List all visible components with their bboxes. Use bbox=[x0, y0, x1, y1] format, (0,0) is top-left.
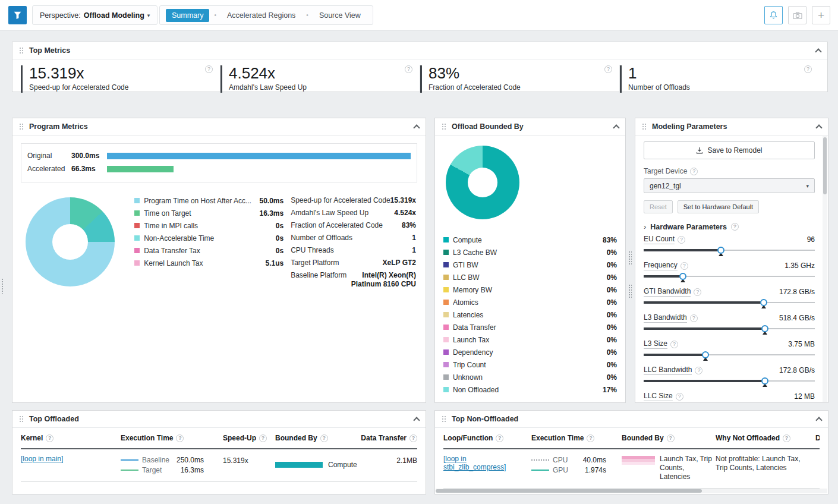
collapse-chevron-icon[interactable] bbox=[815, 417, 822, 423]
help-icon[interactable] bbox=[694, 288, 701, 296]
legend-color-swatch bbox=[443, 337, 449, 342]
legend-value: 0s bbox=[276, 234, 283, 242]
add-panel-button[interactable]: + bbox=[812, 6, 830, 24]
help-icon[interactable] bbox=[678, 236, 685, 244]
help-icon[interactable] bbox=[604, 65, 612, 73]
collapse-chevron-icon[interactable] bbox=[613, 124, 619, 131]
stat-value: XeLP GT2 bbox=[339, 257, 416, 269]
help-icon[interactable] bbox=[587, 434, 594, 442]
slider-track[interactable] bbox=[644, 272, 815, 284]
bounded-by-bar bbox=[275, 462, 323, 468]
tab-source-view[interactable]: Source View bbox=[313, 9, 367, 22]
kernel-link[interactable]: [loop in main] bbox=[21, 455, 63, 463]
drag-handle-icon[interactable] bbox=[19, 47, 24, 54]
set-hardware-default-button[interactable]: Set to Hardware Default bbox=[678, 200, 759, 213]
perspective-selector[interactable]: Perspective: Offload Modeling ▾ bbox=[32, 5, 157, 25]
bounded-by-label: Launch Tax, Trip Counts, Latencies bbox=[660, 455, 716, 481]
card-accent-bar bbox=[420, 65, 422, 93]
drag-handle-icon[interactable] bbox=[19, 123, 24, 130]
column-header-execution-time: Execution Time bbox=[121, 434, 223, 442]
help-icon[interactable] bbox=[205, 65, 213, 73]
slider-label: L3 Bandwidth bbox=[644, 313, 687, 323]
drag-handle-icon[interactable] bbox=[442, 123, 446, 130]
metric-value: 1 bbox=[628, 65, 799, 82]
chevron-down-icon: ▾ bbox=[806, 183, 809, 189]
drag-handle-icon[interactable] bbox=[19, 415, 24, 423]
column-header-kernel: Kernel bbox=[21, 434, 121, 442]
help-icon[interactable] bbox=[695, 367, 702, 374]
metric-label: Number of Offloads bbox=[628, 83, 799, 92]
reset-button[interactable]: Reset bbox=[644, 200, 673, 213]
slider-handle[interactable] bbox=[679, 273, 686, 280]
stat-row: Fraction of Accelerated Code83% bbox=[291, 219, 416, 232]
help-icon[interactable] bbox=[731, 223, 739, 231]
collapse-chevron-icon[interactable] bbox=[413, 124, 420, 131]
program-metrics-panel: Program Metrics Original 300.0ms Acceler… bbox=[12, 118, 426, 403]
tab-summary[interactable]: Summary bbox=[166, 9, 209, 22]
legend-color-swatch bbox=[443, 262, 449, 267]
hardware-parameters-header[interactable]: › Hardware Parameters bbox=[644, 222, 815, 231]
panel-splitter-handle-icon[interactable] bbox=[628, 284, 632, 298]
vertical-scrollbar[interactable] bbox=[823, 136, 827, 402]
slider-handle[interactable] bbox=[761, 377, 768, 385]
drag-handle-icon[interactable] bbox=[442, 415, 446, 423]
help-icon[interactable] bbox=[176, 434, 184, 442]
slider-handle[interactable] bbox=[761, 325, 768, 332]
loop-function-link[interactable]: [loop in stbi_zlib_compress] bbox=[443, 455, 515, 471]
slider-handle[interactable] bbox=[760, 299, 767, 306]
help-icon[interactable] bbox=[670, 341, 678, 348]
help-icon[interactable] bbox=[409, 434, 417, 442]
slider-track[interactable] bbox=[644, 402, 815, 403]
panel-splitter-handle-icon[interactable] bbox=[628, 251, 632, 265]
help-icon[interactable] bbox=[667, 434, 675, 442]
help-icon[interactable] bbox=[676, 393, 683, 401]
legend-value: 0% bbox=[607, 323, 617, 332]
legend-value: 17% bbox=[603, 386, 617, 394]
slider-handle[interactable] bbox=[702, 351, 709, 358]
help-icon[interactable] bbox=[496, 434, 503, 442]
legend-item: Non Offloaded17% bbox=[443, 383, 617, 396]
help-icon[interactable] bbox=[690, 314, 698, 322]
collapse-chevron-icon[interactable] bbox=[815, 124, 822, 131]
slider-label: EU Count bbox=[644, 235, 675, 244]
tab-accelerated-regions[interactable]: Accelerated Regions bbox=[221, 9, 301, 22]
collapse-chevron-icon[interactable] bbox=[413, 417, 420, 423]
scrollbar-thumb[interactable] bbox=[823, 137, 827, 194]
window-edge-drag-handle-icon[interactable] bbox=[1, 278, 4, 294]
help-icon[interactable] bbox=[681, 262, 688, 270]
modeling-parameters-header: Modeling Parameters bbox=[635, 118, 828, 136]
advisor-logo[interactable] bbox=[8, 6, 27, 24]
slider-handle[interactable] bbox=[717, 247, 724, 254]
slider-track[interactable] bbox=[644, 350, 815, 362]
snapshot-button[interactable] bbox=[788, 6, 807, 24]
help-icon[interactable] bbox=[783, 434, 790, 442]
column-header-execution-time: Execution Time bbox=[531, 434, 622, 442]
target-device-select[interactable]: gen12_tgl ▾ bbox=[644, 178, 815, 193]
help-icon[interactable] bbox=[690, 168, 698, 175]
slider-track[interactable] bbox=[644, 245, 815, 257]
stat-label: Baseline Platform bbox=[291, 269, 346, 282]
horizontal-scrollbar[interactable] bbox=[436, 489, 827, 493]
notifications-button[interactable] bbox=[764, 6, 783, 24]
help-icon[interactable] bbox=[46, 434, 53, 442]
modeling-parameters-panel: Modeling Parameters Save to Remodel Targ… bbox=[635, 118, 828, 403]
collapse-chevron-icon[interactable] bbox=[815, 48, 821, 55]
help-icon[interactable] bbox=[405, 65, 412, 73]
save-to-remodel-button[interactable]: Save to Remodel bbox=[644, 141, 815, 159]
legend-color-swatch bbox=[134, 223, 140, 228]
drag-handle-icon[interactable] bbox=[642, 123, 647, 130]
legend-item: Atomics0% bbox=[443, 296, 617, 308]
gpu-line-swatch bbox=[531, 470, 549, 471]
bar-track bbox=[107, 153, 411, 159]
metric-card: 4.524x Amdahl's Law Speed Up bbox=[220, 65, 420, 93]
metric-label: Fraction of Accelerated Code bbox=[429, 83, 599, 92]
slider-track[interactable] bbox=[644, 324, 815, 336]
slider-track[interactable] bbox=[644, 376, 815, 388]
help-icon[interactable] bbox=[259, 434, 267, 442]
help-icon[interactable] bbox=[320, 434, 328, 442]
stat-label: Amdahl's Law Speed Up bbox=[291, 207, 368, 219]
help-icon[interactable] bbox=[804, 65, 812, 73]
legend-label: L3 Cache BW bbox=[453, 248, 602, 257]
slider-track[interactable] bbox=[644, 298, 815, 310]
scrollbar-thumb[interactable] bbox=[436, 489, 702, 493]
